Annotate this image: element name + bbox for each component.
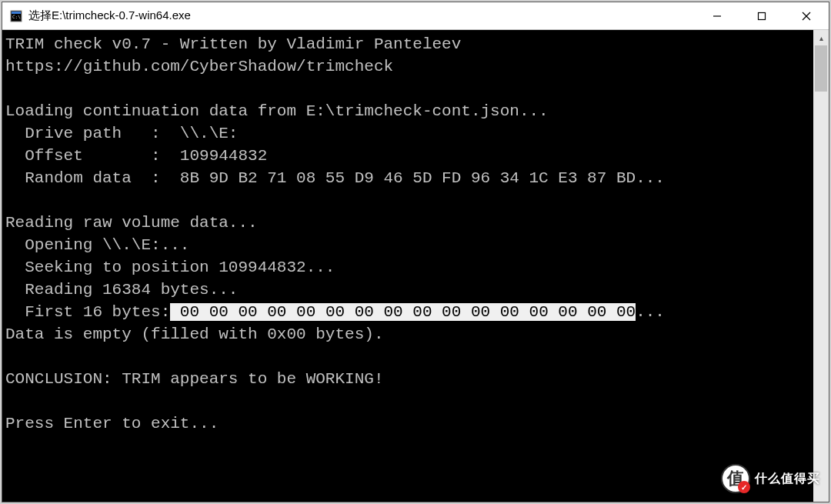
selected-bytes: 00 00 00 00 00 00 00 00 00 00 00 00 00 0…: [170, 303, 636, 321]
output-line: https://github.com/CyberShadow/trimcheck: [5, 58, 393, 75]
console-output[interactable]: TRIM check v0.7 - Written by Vladimir Pa…: [2, 30, 813, 502]
minimize-button[interactable]: [695, 2, 739, 29]
close-icon: [802, 12, 811, 21]
output-line: Random data : 8B 9D B2 71 08 55 D9 46 5D…: [5, 169, 665, 187]
output-line: CONCLUSION: TRIM appears to be WORKING!: [5, 370, 383, 388]
scrollbar-thumb[interactable]: [815, 45, 827, 92]
output-line: Loading continuation data from E:\trimch…: [5, 102, 549, 120]
minimize-icon: [713, 12, 722, 21]
watermark: 值 ✓ 什么值得买: [721, 464, 820, 493]
titlebar[interactable]: C:\ 选择E:\trimcheck-0.7-win64.exe: [2, 2, 829, 30]
output-line: TRIM check v0.7 - Written by Vladimir Pa…: [5, 35, 461, 53]
vertical-scrollbar[interactable]: ▴: [813, 30, 829, 502]
watermark-logo-icon: 值 ✓: [721, 464, 750, 493]
output-line-prefix: First 16 bytes:: [5, 303, 170, 321]
output-line-suffix: ...: [636, 303, 665, 321]
app-icon: C:\: [10, 10, 22, 22]
maximize-icon: [757, 12, 766, 21]
output-line: Offset : 109944832: [5, 147, 267, 165]
output-line: Reading raw volume data...: [5, 214, 258, 232]
svg-rect-4: [759, 12, 766, 19]
output-line: Seeking to position 109944832...: [5, 259, 335, 276]
close-button[interactable]: [784, 2, 829, 29]
output-line: Reading 16384 bytes...: [5, 281, 238, 299]
output-line: Data is empty (filled with 0x00 bytes).: [5, 325, 383, 343]
scroll-up-arrow-icon[interactable]: ▴: [813, 30, 829, 45]
output-line: Press Enter to exit...: [5, 415, 219, 432]
window-controls: [695, 2, 829, 29]
maximize-button[interactable]: [739, 2, 784, 29]
console-area: TRIM check v0.7 - Written by Vladimir Pa…: [2, 30, 829, 502]
svg-text:C:\: C:\: [12, 14, 21, 19]
watermark-text: 什么值得买: [755, 471, 820, 487]
console-window: C:\ 选择E:\trimcheck-0.7-win64.exe TRIM ch…: [2, 2, 829, 502]
output-line: Opening \\.\E:...: [5, 236, 189, 254]
check-icon: ✓: [738, 481, 750, 493]
output-line: Drive path : \\.\E:: [5, 125, 238, 142]
window-title: 选择E:\trimcheck-0.7-win64.exe: [28, 8, 695, 23]
